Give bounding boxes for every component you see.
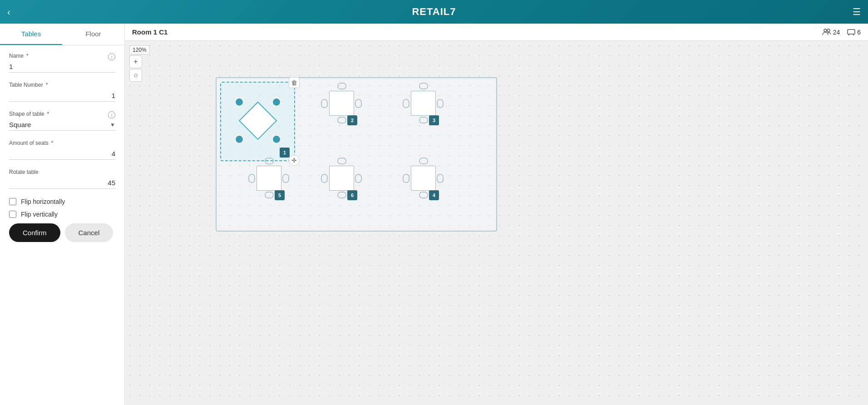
room-border: 🗑 1 ✛ — [216, 77, 497, 232]
svg-rect-15 — [283, 174, 289, 183]
svg-rect-23 — [437, 174, 443, 183]
seat-tr — [272, 97, 281, 106]
room-title: Room 1 C1 — [132, 28, 168, 36]
button-row: Confirm Cancel — [9, 223, 115, 251]
table-1-diamond — [233, 95, 283, 145]
tab-bar: Tables Floor — [0, 24, 124, 45]
table-6-badge: 6 — [347, 190, 357, 200]
svg-rect-18 — [321, 174, 327, 183]
table-3-body: 3 — [411, 91, 436, 116]
svg-rect-11 — [437, 99, 443, 108]
table-2-badge: 2 — [347, 115, 357, 125]
sidebar: Tables Floor Name * i Table Number — [0, 24, 125, 405]
seat-tl — [235, 97, 244, 106]
form-area: Name * i Table Number * Sh — [0, 45, 124, 405]
flip-h-checkbox[interactable] — [9, 198, 16, 205]
zoom-out-button[interactable]: ○ — [129, 69, 142, 82]
tab-tables[interactable]: Tables — [0, 24, 62, 45]
svg-rect-21 — [419, 158, 428, 164]
tab-floor[interactable]: Floor — [62, 24, 124, 45]
delete-table-button[interactable]: 🗑 — [289, 77, 300, 88]
svg-rect-7 — [355, 99, 361, 108]
name-label: Name * — [9, 53, 29, 59]
seats-stat: 24 — [822, 29, 840, 36]
svg-rect-20 — [338, 192, 346, 198]
menu-button[interactable]: ☰ — [853, 6, 861, 17]
svg-rect-6 — [321, 99, 327, 108]
seat-bl — [235, 134, 244, 143]
people-icon — [822, 29, 831, 36]
confirm-button[interactable]: Confirm — [9, 223, 60, 242]
name-input[interactable] — [9, 61, 115, 73]
table-5-badge: 5 — [275, 190, 285, 200]
svg-rect-24 — [419, 192, 428, 198]
main-layout: Tables Floor Name * i Table Number — [0, 24, 868, 405]
shape-label: Shape of table * — [9, 111, 49, 117]
table-3[interactable]: 3 — [403, 83, 444, 124]
flip-h-label[interactable]: Flip horizontally — [21, 198, 65, 205]
move-table-button[interactable]: ✛ — [289, 155, 300, 166]
selected-table-1-wrapper[interactable]: 🗑 1 ✛ — [220, 82, 295, 161]
svg-rect-13 — [265, 158, 273, 164]
svg-rect-12 — [419, 117, 428, 123]
svg-point-0 — [824, 29, 827, 32]
table-6[interactable]: 6 — [321, 158, 362, 199]
table-2-body: 2 — [329, 91, 354, 116]
table-number-group: Table Number * — [9, 82, 115, 102]
shape-select-wrapper: Square ▼ — [9, 119, 115, 131]
svg-rect-10 — [403, 99, 409, 108]
table-2-seat-bottom — [337, 117, 347, 124]
table-4[interactable]: 4 — [403, 158, 444, 199]
svg-rect-2 — [848, 30, 855, 34]
svg-rect-19 — [355, 174, 361, 183]
zoom-level: 120% — [129, 45, 150, 54]
rotate-label: Rotate table — [9, 169, 115, 175]
table-3-badge: 3 — [429, 115, 439, 125]
content-topbar: Room 1 C1 24 — [125, 24, 868, 41]
seats-input[interactable] — [9, 148, 115, 160]
table-2[interactable]: 2 — [321, 83, 362, 124]
app-logo: RETAIL7 — [412, 6, 456, 18]
table-6-body: 6 — [329, 166, 354, 191]
seats-group: Amount of seats * — [9, 140, 115, 160]
content-area: Room 1 C1 24 — [125, 24, 868, 405]
seat-br — [272, 134, 281, 143]
zoom-in-button[interactable]: + — [129, 55, 142, 68]
app-header: ‹ RETAIL7 ☰ — [0, 0, 868, 24]
chevron-down-icon: ▼ — [110, 122, 115, 128]
table-number-label: Table Number * — [9, 82, 115, 88]
table-1-badge: 1 — [280, 148, 290, 158]
floor-canvas[interactable]: 120% + ○ 🗑 — [125, 41, 868, 405]
name-info-icon[interactable]: i — [108, 53, 115, 60]
svg-rect-16 — [265, 192, 273, 198]
flip-v-group: Flip vertically — [9, 211, 115, 218]
svg-rect-14 — [249, 174, 255, 183]
shape-info-icon[interactable]: i — [108, 111, 115, 119]
table-4-badge: 4 — [429, 190, 439, 200]
zoom-controls: 120% + ○ — [129, 45, 150, 82]
svg-rect-5 — [338, 83, 346, 89]
flip-h-group: Flip horizontally — [9, 198, 115, 205]
table-5-body: 5 — [256, 166, 281, 191]
svg-rect-8 — [338, 117, 346, 123]
table-icon — [847, 29, 855, 35]
back-button[interactable]: ‹ — [7, 7, 10, 17]
stats-area: 24 6 — [822, 29, 861, 36]
diamond-shape — [238, 101, 277, 140]
flip-v-label[interactable]: Flip vertically — [21, 211, 58, 218]
svg-rect-22 — [403, 174, 409, 183]
rotate-group: Rotate table — [9, 169, 115, 189]
table-2-seat-top — [337, 83, 347, 90]
cancel-button[interactable]: Cancel — [65, 223, 113, 242]
table-5[interactable]: 5 — [248, 158, 290, 199]
shape-select[interactable]: Square ▼ — [9, 119, 115, 131]
svg-point-1 — [827, 29, 830, 32]
seats-label: Amount of seats * — [9, 140, 115, 146]
svg-rect-9 — [419, 83, 428, 89]
table-number-input[interactable] — [9, 90, 115, 102]
flip-v-checkbox[interactable] — [9, 211, 16, 218]
shape-group: Shape of table * i Square ▼ — [9, 111, 115, 131]
tables-stat: 6 — [847, 29, 861, 36]
rotate-input[interactable] — [9, 177, 115, 189]
svg-rect-17 — [338, 158, 346, 164]
